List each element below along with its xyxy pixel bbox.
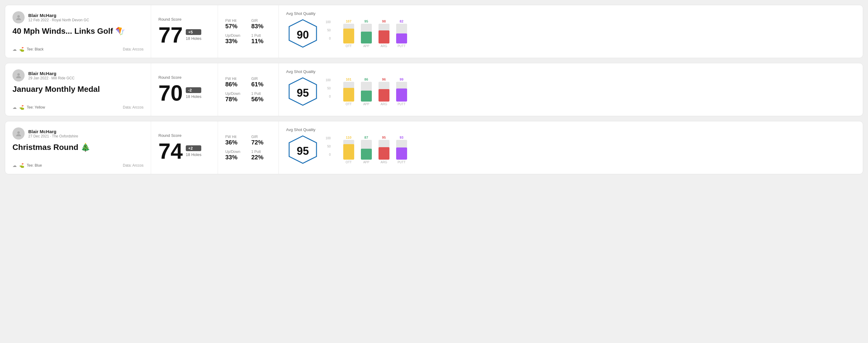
oneputt-label: 1 Putt — [251, 33, 272, 38]
fw-hit-label: FW Hit — [225, 19, 245, 23]
oneputt-label: 1 Putt — [251, 150, 272, 154]
bar-outer — [343, 82, 354, 101]
stats-section: FW Hit 36% GIR 72% Up/Down 33% 1 Putt 22… — [218, 121, 279, 174]
stat-gir: GIR 72% — [251, 135, 272, 146]
bar-inner — [361, 91, 372, 101]
user-row: Blair McHarg 12 Feb 2022 · Royal North D… — [12, 11, 144, 23]
tee-icon: ⛳ — [19, 163, 24, 168]
score-value: 70 — [158, 82, 183, 104]
round-card: Blair McHarg 27 Dec 2021 · The Oxfordshi… — [5, 121, 863, 174]
score-row: 70 -2 18 Holes — [158, 82, 210, 104]
round-score-label: Round Score — [158, 75, 210, 80]
bar-outer — [396, 140, 407, 160]
col-x-label: APP — [363, 44, 369, 48]
score-badge: +5 — [186, 29, 201, 35]
tee-info: ☁ ⛳ Tee: Yellow — [12, 105, 45, 110]
gir-value: 72% — [251, 139, 272, 146]
stat-gir: GIR 83% — [251, 19, 272, 30]
user-date-course: 29 Jan 2022 · Mill Ride GCC — [28, 76, 74, 80]
bar-inner — [378, 147, 390, 159]
col-x-label: APP — [363, 102, 369, 106]
y-label: 50 — [328, 145, 331, 148]
user-name: Blair McHarg — [28, 13, 89, 18]
col-x-label: OTT — [346, 44, 352, 48]
bar-outer — [378, 82, 390, 101]
user-row: Blair McHarg 29 Jan 2022 · Mill Ride GCC — [12, 69, 144, 82]
round-score-section: Round Score 70 -2 18 Holes — [151, 63, 218, 116]
round-score-label: Round Score — [158, 133, 210, 138]
tee-label: Tee: Blue — [27, 163, 42, 167]
round-card: Blair McHarg 29 Jan 2022 · Mill Ride GCC… — [5, 63, 863, 116]
round-title: 40 Mph Winds... Links Golf 🪁 — [12, 27, 144, 36]
col-x-label: PUTT — [398, 102, 406, 106]
col-top-value: 99 — [400, 77, 403, 81]
col-x-label: APP — [363, 161, 369, 164]
round-score-section: Round Score 77 +5 18 Holes — [151, 5, 218, 58]
col-x-label: PUTT — [398, 44, 406, 48]
chart-columns: 101 OTT 86 APP 96 ARG — [332, 79, 409, 106]
bar-inner — [343, 29, 354, 43]
round-card: Blair McHarg 12 Feb 2022 · Royal North D… — [5, 5, 863, 58]
shot-quality-section: Avg Shot Quality 90 100500 107 O — [279, 5, 863, 58]
stat-fw-hit: FW Hit 36% — [225, 135, 245, 146]
bar-outer — [361, 24, 372, 43]
weather-icon: ☁ — [12, 47, 17, 52]
score-badge: +2 — [186, 145, 201, 151]
fw-hit-value: 57% — [225, 23, 245, 30]
data-source: Data: Arccos — [123, 163, 144, 167]
stat-oneputt: 1 Putt 11% — [251, 33, 272, 45]
holes-label: 18 Holes — [186, 152, 201, 157]
col-x-label: OTT — [346, 102, 352, 106]
chart-column: 107 OTT — [341, 20, 356, 48]
bar-outer — [396, 24, 407, 43]
fw-hit-value: 36% — [225, 139, 245, 146]
tee-icon: ⛳ — [19, 105, 24, 110]
col-x-label: PUTT — [398, 161, 406, 164]
tee-info: ☁ ⛳ Tee: Black — [12, 47, 43, 52]
stats-grid: FW Hit 86% GIR 61% Up/Down 78% 1 Putt 56… — [225, 76, 271, 103]
fw-hit-label: FW Hit — [225, 76, 245, 81]
bar-chart: 100500 110 OTT 87 APP 95 — [326, 132, 409, 164]
quality-label: Avg Shot Quality — [286, 11, 319, 16]
bar-inner — [361, 149, 372, 160]
y-label: 0 — [329, 37, 331, 40]
bar-inner — [396, 148, 407, 160]
chart-column: 96 ARG — [376, 77, 392, 106]
bar-inner — [361, 32, 372, 43]
quality-score: 95 — [297, 145, 309, 157]
avatar — [12, 69, 25, 82]
quality-score: 90 — [297, 29, 309, 41]
score-row: 74 +2 18 Holes — [158, 140, 210, 162]
user-row: Blair McHarg 27 Dec 2021 · The Oxfordshi… — [12, 127, 144, 139]
round-score-section: Round Score 74 +2 18 Holes — [151, 121, 218, 174]
hexagon-container: 90 — [286, 18, 319, 52]
chart-column: 99 PUTT — [394, 77, 409, 106]
bar-outer — [343, 140, 354, 160]
gir-value: 61% — [251, 81, 272, 88]
bar-outer — [378, 24, 390, 43]
y-label: 50 — [328, 87, 331, 90]
user-info: Blair McHarg 27 Dec 2021 · The Oxfordshi… — [28, 129, 78, 138]
quality-left: Avg Shot Quality 90 — [286, 11, 319, 52]
oneputt-label: 1 Putt — [251, 92, 272, 96]
tee-label: Tee: Black — [27, 47, 43, 52]
svg-point-4 — [17, 131, 20, 134]
chart-columns: 107 OTT 95 APP 98 ARG — [332, 20, 409, 48]
shot-quality-section: Avg Shot Quality 95 100500 110 O — [279, 121, 863, 174]
y-label: 50 — [328, 29, 331, 32]
bar-outer — [396, 82, 407, 101]
col-top-value: 95 — [382, 136, 386, 139]
bar-inner — [378, 89, 390, 101]
stat-fw-hit: FW Hit 57% — [225, 19, 245, 30]
chart-column: 101 OTT — [341, 77, 356, 106]
col-x-label: ARG — [381, 44, 388, 48]
tee-icon: ⛳ — [19, 47, 24, 52]
chart-column: 98 ARG — [376, 20, 392, 48]
shot-quality-section: Avg Shot Quality 95 100500 101 O — [279, 63, 863, 116]
stats-section: FW Hit 57% GIR 83% Up/Down 33% 1 Putt 11… — [218, 5, 279, 58]
col-x-label: ARG — [381, 161, 388, 164]
col-top-value: 95 — [365, 20, 368, 23]
y-axis-labels: 100500 — [326, 79, 331, 98]
bar-inner — [343, 144, 354, 160]
data-source: Data: Arccos — [123, 105, 144, 110]
